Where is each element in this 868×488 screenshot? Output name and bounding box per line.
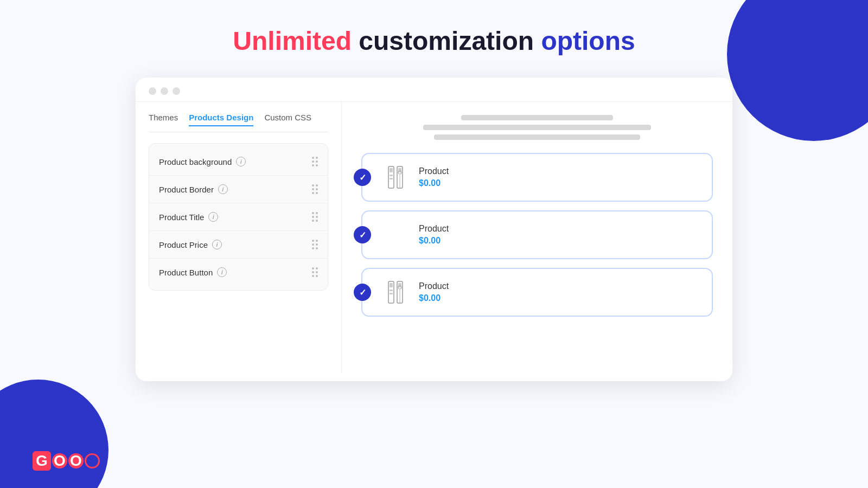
- headline: Unlimited customization options: [233, 26, 635, 56]
- search-bar-long-2: [434, 134, 640, 140]
- info-icon-title[interactable]: i: [208, 212, 218, 222]
- decorative-circle-bottom-left: [0, 380, 108, 488]
- product-card-2[interactable]: ✓ Product $0.00: [361, 210, 713, 259]
- product-card-3[interactable]: ✓: [361, 268, 713, 317]
- browser-window: Themes Products Design Custom CSS Produc…: [136, 78, 732, 381]
- product-card-inner-2: Product $0.00: [373, 220, 701, 249]
- tab-custom-css[interactable]: Custom CSS: [264, 113, 311, 126]
- svg-rect-2: [390, 175, 393, 176]
- setting-row-button[interactable]: Product Button i: [149, 259, 328, 286]
- drag-handle-title[interactable]: [312, 212, 318, 222]
- product-card-inner-1: Product $0.00: [373, 163, 701, 192]
- drag-handle-price[interactable]: [312, 240, 318, 249]
- browser-dot-3: [173, 87, 180, 95]
- headline-part2: customization: [359, 27, 534, 55]
- browser-body: Themes Products Design Custom CSS Produc…: [136, 102, 732, 373]
- search-bar-short: [461, 115, 613, 120]
- logo-letter-o2: O: [68, 453, 84, 468]
- check-circle-2: ✓: [354, 226, 371, 243]
- tabs: Themes Products Design Custom CSS: [149, 113, 328, 132]
- browser-dot-2: [161, 87, 168, 95]
- right-panel: ✓: [342, 102, 732, 373]
- logo-letter-o3: [85, 453, 100, 468]
- product-card-inner-3: Product $0.00: [373, 278, 701, 307]
- page-content: Unlimited customization options Themes P…: [0, 0, 868, 381]
- product-price-3: $0.00: [419, 293, 449, 303]
- browser-dot-1: [149, 87, 156, 95]
- search-bar-long-1: [423, 125, 651, 130]
- logo-text: G O O: [33, 451, 100, 471]
- product-icon-area-1: [381, 163, 410, 192]
- product-tool-icon-3: [382, 279, 409, 306]
- browser-bar: [136, 78, 732, 102]
- product-name-2: Product: [419, 224, 449, 234]
- tab-themes[interactable]: Themes: [149, 113, 178, 126]
- product-icon-area-3: [381, 278, 410, 307]
- product-price-1: $0.00: [419, 178, 449, 188]
- setting-label-button: Product Button i: [159, 267, 227, 277]
- product-info-1: Product $0.00: [419, 166, 449, 188]
- info-icon-background[interactable]: i: [236, 157, 246, 166]
- svg-rect-10: [390, 290, 393, 291]
- check-circle-1: ✓: [354, 169, 371, 186]
- tab-products-design[interactable]: Products Design: [189, 113, 253, 126]
- product-name-3: Product: [419, 281, 449, 291]
- svg-rect-3: [390, 178, 393, 179]
- setting-text-button: Product Button: [159, 268, 213, 277]
- product-icon-area-2: [381, 220, 410, 249]
- product-card-1[interactable]: ✓: [361, 153, 713, 202]
- setting-row-background[interactable]: Product background i: [149, 148, 328, 176]
- setting-text-price: Product Price: [159, 240, 208, 249]
- search-bars: [361, 115, 713, 140]
- product-name-1: Product: [419, 166, 449, 176]
- setting-row-price[interactable]: Product Price i: [149, 231, 328, 259]
- left-panel: Themes Products Design Custom CSS Produc…: [136, 102, 342, 373]
- drag-handle-button[interactable]: [312, 267, 318, 277]
- check-circle-3: ✓: [354, 284, 371, 301]
- svg-rect-11: [390, 293, 393, 294]
- info-icon-price[interactable]: i: [212, 240, 222, 249]
- svg-rect-9: [390, 283, 393, 287]
- product-tool-icon-1: [382, 164, 409, 191]
- info-icon-border[interactable]: i: [218, 184, 228, 194]
- product-info-3: Product $0.00: [419, 281, 449, 303]
- setting-row-border[interactable]: Product Border i: [149, 176, 328, 203]
- setting-label-price: Product Price i: [159, 240, 222, 249]
- setting-row-title[interactable]: Product Title i: [149, 203, 328, 231]
- product-price-2: $0.00: [419, 236, 449, 246]
- drag-handle-background[interactable]: [312, 157, 318, 166]
- setting-text-border: Product Border: [159, 185, 214, 194]
- logo-letter-o1: O: [52, 453, 67, 468]
- setting-text-background: Product background: [159, 157, 232, 166]
- product-info-2: Product $0.00: [419, 224, 449, 246]
- logo: G O O: [33, 451, 100, 471]
- headline-part1: Unlimited: [233, 27, 352, 55]
- svg-rect-1: [390, 168, 393, 172]
- headline-part3: options: [541, 27, 635, 55]
- logo-letter-g: G: [33, 451, 51, 471]
- setting-label-background: Product background i: [159, 157, 246, 166]
- drag-handle-border[interactable]: [312, 184, 318, 194]
- setting-label-border: Product Border i: [159, 184, 228, 194]
- info-icon-button[interactable]: i: [217, 267, 227, 277]
- setting-text-title: Product Title: [159, 213, 204, 222]
- setting-label-title: Product Title i: [159, 212, 218, 222]
- settings-panel: Product background i Product Border i: [149, 143, 328, 291]
